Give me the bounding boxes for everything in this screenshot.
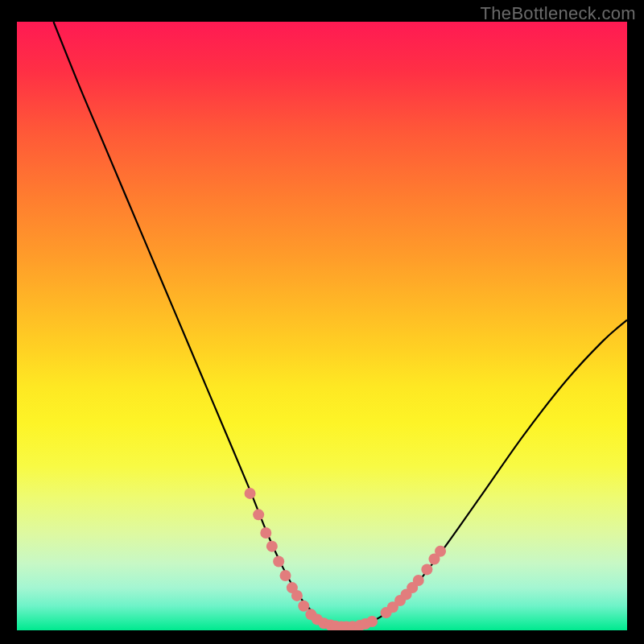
highlight-dot — [245, 488, 256, 499]
bottleneck-curve — [53, 22, 627, 627]
highlight-dot — [280, 570, 291, 581]
highlight-dot — [413, 575, 424, 586]
highlight-dot — [298, 601, 309, 612]
highlight-dot — [253, 509, 264, 520]
plot-area — [17, 22, 627, 630]
highlight-dots-right — [381, 546, 446, 618]
highlight-dot — [366, 616, 378, 627]
highlight-dot — [421, 564, 432, 575]
highlight-dot — [435, 546, 446, 557]
highlight-dot — [273, 556, 284, 568]
highlight-dots-valley — [318, 616, 378, 630]
watermark-text: TheBottleneck.com — [481, 3, 636, 24]
plot-svg — [17, 22, 627, 630]
highlight-dot — [266, 541, 278, 552]
highlight-dot — [291, 590, 303, 601]
highlight-dots-left — [245, 488, 323, 625]
highlight-dot — [260, 527, 271, 539]
chart-frame: TheBottleneck.com — [0, 0, 644, 644]
